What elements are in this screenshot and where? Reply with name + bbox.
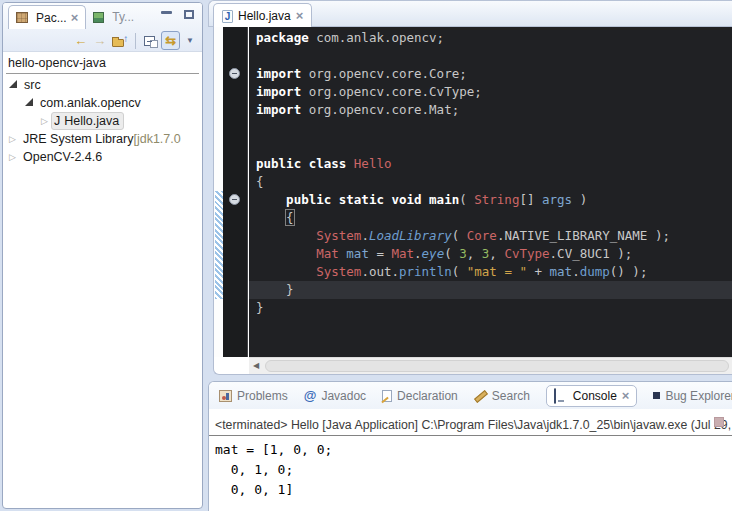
code-line: [256, 119, 670, 137]
editor-tabbar: J Hello.java ×: [208, 0, 732, 27]
code-line: [256, 47, 670, 65]
tree-item-label: JRE System Library: [23, 132, 133, 146]
console-status-line: <terminated> Hello [Java Application] C:…: [209, 409, 732, 436]
tab-label: Javadoc: [321, 389, 366, 403]
collapsed-arrow-icon[interactable]: ▷: [9, 134, 16, 144]
scrollbar-thumb[interactable]: [265, 360, 729, 372]
declaration-icon: [382, 390, 392, 402]
code-line: Mat mat = Mat.eye( 3, 3, CvType.CV_8UC1 …: [256, 245, 670, 263]
code-line: {: [256, 173, 670, 191]
tab-problems[interactable]: Problems: [219, 389, 288, 403]
code-line: }: [256, 299, 670, 317]
back-icon[interactable]: ←: [74, 34, 87, 48]
maximize-view-icon[interactable]: [184, 10, 194, 19]
close-icon[interactable]: ×: [71, 13, 79, 23]
horizontal-scrollbar[interactable]: ◀: [249, 357, 732, 374]
console-output[interactable]: mat = [1, 0, 0; 0, 1, 0; 0, 0, 1]: [209, 436, 732, 500]
tab-label: Search: [492, 389, 530, 403]
problems-icon: [219, 390, 232, 402]
code-line: package com.anlak.opencv;: [256, 29, 670, 47]
code-line: {: [256, 209, 670, 227]
console-panel: Problems@JavadocDeclarationSearchConsole…: [208, 381, 732, 511]
tab-label: Bug Explorer: [665, 389, 732, 403]
tree-item-com-anlak-opencv[interactable]: com.anlak.opencv: [3, 94, 202, 112]
code-editor[interactable]: package com.anlak.opencv;import org.open…: [249, 27, 732, 357]
java-file-icon: J: [222, 10, 233, 23]
editor-tab-label: Hello.java: [238, 9, 291, 23]
tree-separator: [6, 73, 199, 74]
console-icon: [554, 389, 568, 402]
expanded-arrow-icon[interactable]: [9, 80, 17, 88]
code-line: [256, 137, 670, 155]
tab-label: Problems: [237, 389, 288, 403]
code-line: }: [256, 281, 670, 299]
package-explorer-header: Pac... × Ty... ← → ↑ ⇆ ▼: [3, 3, 202, 52]
code-line: import org.opencv.core.Mat;: [256, 101, 670, 119]
tree-item-label: OpenCV-2.4.6: [23, 150, 102, 164]
fold-collapse-icon[interactable]: [229, 194, 240, 205]
fold-collapse-icon[interactable]: [229, 68, 240, 79]
bottom-view-tabbar: Problems@JavadocDeclarationSearchConsole…: [209, 382, 732, 409]
editor-frame: package com.anlak.opencv;import org.open…: [213, 27, 732, 375]
link-with-editor-icon[interactable]: ⇆: [161, 31, 180, 50]
view-menu-icon[interactable]: ▼: [186, 34, 194, 48]
code-line: import org.opencv.core.CvType;: [256, 83, 670, 101]
up-icon[interactable]: ↑: [112, 35, 127, 47]
code-line: public static void main( String[] args ): [256, 191, 670, 209]
tab-console[interactable]: Console×: [546, 385, 638, 407]
console-view: <terminated> Hello [Java Application] C:…: [209, 409, 732, 511]
bug-square-icon: [653, 392, 660, 399]
tab-label: Console: [573, 389, 617, 403]
close-icon[interactable]: ×: [296, 11, 304, 21]
code-line: System.LoadLibrary( Core.NATIVE_LIBRARY_…: [256, 227, 670, 245]
toolbar-separator: [135, 33, 136, 49]
tree-root-project[interactable]: hello-opencv-java: [3, 55, 202, 72]
tree-item-label: Hello.java: [64, 114, 119, 128]
package-explorer-icon: [16, 12, 28, 23]
package-explorer-tabbar: Pac... × Ty...: [3, 3, 202, 29]
type-hierarchy-icon: [93, 12, 104, 23]
console-toolbar-button[interactable]: [714, 417, 724, 427]
project-tree: hello-opencv-java srccom.anlak.opencv▷JH…: [3, 52, 202, 166]
package-explorer-panel: Pac... × Ty... ← → ↑ ⇆ ▼ hello-opencv: [2, 2, 203, 509]
collapsed-arrow-icon[interactable]: ▷: [9, 152, 16, 162]
range-indicator: [215, 191, 223, 299]
collapse-all-icon[interactable]: [144, 36, 155, 46]
editor-tab-hello-java[interactable]: J Hello.java ×: [213, 3, 312, 28]
minimize-view-icon[interactable]: [161, 11, 172, 14]
tab-type-hierarchy[interactable]: Ty...: [86, 5, 141, 29]
tab-type-hierarchy-label: Ty...: [112, 10, 134, 24]
tab-javadoc[interactable]: @Javadoc: [304, 388, 366, 403]
java-file-icon: J: [54, 114, 60, 128]
collapsed-arrow-icon[interactable]: ▷: [41, 116, 48, 126]
tree-item-jre-system-library[interactable]: ▷JRE System Library [jdk1.7.0: [3, 130, 202, 148]
close-icon[interactable]: ×: [622, 391, 630, 401]
tree-item-label: src: [24, 78, 41, 92]
tab-label: Declaration: [397, 389, 458, 403]
source-code: package com.anlak.opencv;import org.open…: [256, 29, 670, 317]
tab-search[interactable]: Search: [474, 389, 530, 403]
package-explorer-toolbar: ← → ↑ ⇆ ▼: [3, 29, 202, 52]
expanded-arrow-icon[interactable]: [25, 98, 33, 106]
code-line: public class Hello: [256, 155, 670, 173]
tree-item-decoration: [jdk1.7.0: [133, 132, 180, 146]
tree-item-label: com.anlak.opencv: [40, 96, 141, 110]
forward-icon[interactable]: →: [93, 34, 106, 48]
editor-area: J Hello.java × package com.anlak.opencv;…: [208, 0, 732, 378]
tab-declaration[interactable]: Declaration: [382, 389, 458, 403]
tab-package-explorer-label: Pac...: [36, 11, 67, 25]
scroll-left-arrow-icon[interactable]: ◀: [253, 361, 259, 370]
tree-item-opencv-2-4-6[interactable]: ▷OpenCV-2.4.6: [3, 148, 202, 166]
tree-item-src[interactable]: src: [3, 76, 202, 94]
javadoc-icon: @: [304, 388, 317, 403]
folding-margin[interactable]: [223, 27, 248, 357]
annotation-ruler[interactable]: [214, 27, 223, 357]
tab-bug-explorer[interactable]: Bug Explorer: [653, 389, 732, 403]
code-line: import org.opencv.core.Core;: [256, 65, 670, 83]
search-icon: [474, 389, 487, 402]
code-line: System.out.println( "mat = " + mat.dump(…: [256, 263, 670, 281]
tab-package-explorer[interactable]: Pac... ×: [8, 5, 86, 29]
tree-item-hello-java[interactable]: ▷JHello.java: [3, 112, 202, 130]
